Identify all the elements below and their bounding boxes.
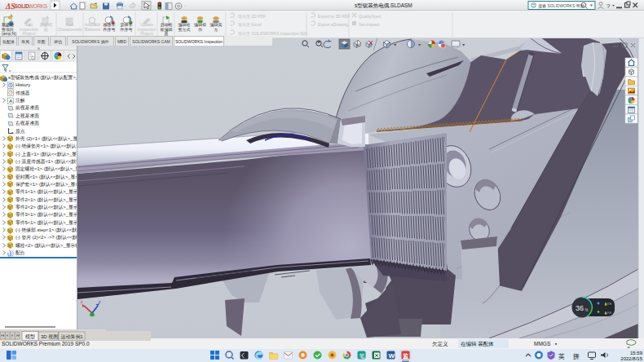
svg-text:s型铌装热电偶.SLDASM: s型铌装热电偶.SLDASM (355, 2, 412, 9)
svg-text:板: 板 (43, 27, 48, 32)
svg-text:导出至 Excel: 导出至 Excel (238, 22, 262, 27)
svg-text:·: · (152, 3, 154, 8)
svg-text:·: · (112, 3, 113, 8)
svg-text:?: ? (532, 3, 535, 8)
svg-text:Balloons: Balloons (85, 27, 101, 32)
svg-text:36: 36 (576, 304, 584, 312)
svg-text:WORKS: WORKS (29, 3, 47, 9)
svg-text:监: 监 (403, 353, 409, 360)
svg-text:件序号: 件序号 (120, 27, 133, 33)
svg-text:导出至 2D PDF: 导出至 2D PDF (238, 14, 266, 19)
svg-text:Characteristic: Characteristic (57, 27, 82, 32)
svg-text:·: · (184, 3, 186, 8)
svg-text:模型: 模型 (25, 333, 35, 340)
svg-text:W: W (389, 352, 395, 360)
svg-text:运动算例1: 运动算例1 (61, 334, 84, 340)
svg-text:搜索 SOLIDWORKS 帮助: 搜索 SOLIDWORKS 帮助 (538, 3, 584, 9)
svg-text:英: 英 (558, 353, 565, 360)
svg-text:方: 方 (214, 27, 218, 33)
svg-text:·: · (138, 3, 139, 8)
svg-text:15:59: 15:59 (630, 351, 643, 355)
svg-text:·: · (99, 3, 100, 8)
svg-text:A: A (9, 99, 13, 104)
svg-text:作: 作 (198, 27, 203, 32)
svg-text:查方式: 查方式 (179, 27, 191, 33)
svg-text:🔒KB: 🔒KB (604, 302, 612, 306)
svg-text:QualityXpert: QualityXpert (359, 14, 382, 19)
svg-text:Export eDrawing: Export eDrawing (318, 22, 348, 27)
svg-text:件序号: 件序号 (103, 27, 116, 33)
svg-text:·: · (86, 3, 88, 8)
svg-text:3D 视图: 3D 视图 (41, 333, 58, 340)
svg-text:Net-Inspect: Net-Inspect (359, 22, 380, 27)
svg-text:笔: 笔 (359, 353, 366, 359)
svg-text:拼: 拼 (572, 353, 580, 360)
svg-text:SOLID: SOLID (15, 3, 30, 9)
svg-text:?: ? (607, 2, 611, 10)
svg-text:·: · (125, 3, 126, 8)
svg-text:🔒KB: 🔒KB (604, 311, 612, 315)
svg-text:2022/8/15: 2022/8/15 (620, 356, 642, 361)
svg-text:%: % (585, 308, 589, 312)
svg-text:Export to 3D PDF: Export to 3D PDF (318, 14, 350, 19)
